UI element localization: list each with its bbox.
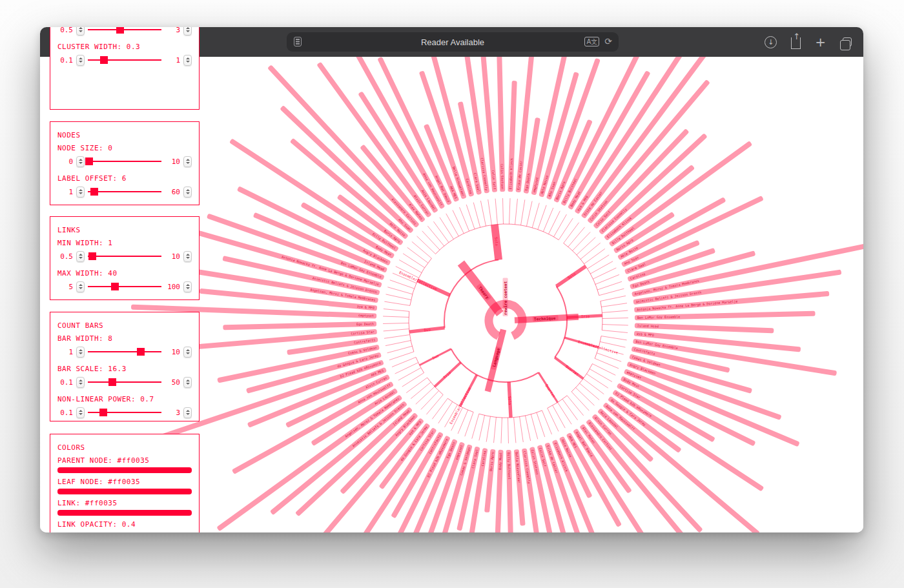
leaf-link	[580, 383, 600, 400]
slider-max-value[interactable]: 3	[165, 409, 180, 417]
number-stepper[interactable]	[76, 347, 85, 358]
leaf-link	[421, 391, 439, 410]
slider-thumb[interactable]	[108, 378, 116, 386]
slider-max-value[interactable]: 60	[165, 188, 180, 196]
slider-track[interactable]	[88, 378, 161, 387]
control-label: BAR SCALE: 16.3	[57, 365, 192, 373]
slider-max-value[interactable]: 50	[165, 378, 180, 387]
reader-icon[interactable]	[294, 37, 302, 46]
translate-icon[interactable]: A文	[584, 37, 599, 46]
control-label: BAR WIDTH: 8	[57, 334, 192, 343]
count-bar-group	[634, 330, 801, 352]
leaf-link	[590, 369, 612, 382]
root-label: rewire content	[503, 281, 508, 315]
slider-max-value[interactable]: 10	[165, 348, 180, 356]
slider-min-value[interactable]: 0.1	[57, 56, 73, 65]
slider-track[interactable]	[88, 252, 161, 261]
slider-min-value[interactable]: 0.1	[57, 409, 73, 417]
number-stepper[interactable]	[183, 407, 192, 418]
number-stepper[interactable]	[183, 187, 192, 198]
slider-thumb[interactable]	[100, 56, 108, 64]
count-bar	[573, 429, 677, 532]
slider-track[interactable]	[88, 157, 161, 166]
reload-icon[interactable]: ⟳	[604, 36, 612, 46]
new-tab-icon[interactable]: +	[815, 36, 826, 48]
number-stepper[interactable]	[183, 377, 192, 388]
format-label: Duo	[424, 327, 431, 332]
leaf-link	[387, 287, 412, 294]
leaf-link	[494, 417, 497, 443]
leaf-link	[525, 416, 530, 441]
tab-overview-icon[interactable]	[843, 37, 852, 46]
leaf-link	[601, 303, 627, 307]
slider-row: 160	[57, 183, 192, 200]
number-stepper[interactable]	[183, 281, 192, 292]
slider-track[interactable]	[88, 409, 161, 417]
format-label: Ensemble/Collective	[578, 340, 619, 355]
slider-track[interactable]	[88, 283, 161, 291]
number-stepper[interactable]	[76, 156, 85, 167]
slider-thumb[interactable]	[116, 27, 124, 34]
number-stepper[interactable]	[76, 407, 85, 418]
slider-max-value[interactable]: 10	[165, 252, 180, 261]
slider-row: 110	[57, 343, 192, 360]
slider-thumb[interactable]	[90, 188, 98, 196]
number-stepper[interactable]	[183, 55, 192, 66]
color-swatch[interactable]	[57, 467, 192, 473]
control-label: NON-LINEAR POWER: 0.7	[57, 395, 192, 403]
number-stepper[interactable]	[76, 251, 85, 262]
artist-label-group: Colin Self	[539, 447, 548, 467]
format-label-group: Trio	[581, 314, 590, 319]
leaf-link	[531, 414, 537, 440]
slider-row: 0.53	[57, 27, 192, 38]
color-swatch[interactable]	[57, 510, 192, 516]
number-stepper[interactable]	[76, 55, 85, 66]
number-stepper[interactable]	[183, 27, 192, 35]
slider-min-value[interactable]: 1	[57, 188, 73, 196]
number-stepper[interactable]	[76, 281, 85, 292]
theme-elbow-arc	[555, 287, 567, 358]
artist-label-group: Colin Stetson	[531, 449, 540, 475]
number-stepper[interactable]	[76, 187, 85, 198]
color-swatch[interactable]	[57, 489, 192, 494]
number-stepper[interactable]	[183, 347, 192, 358]
number-stepper[interactable]	[183, 251, 192, 262]
slider-min-value[interactable]: 1	[57, 348, 73, 356]
leaf-link	[537, 412, 545, 437]
slider-max-value[interactable]: 3	[165, 27, 180, 34]
artist-label: Aho Ssan	[548, 181, 557, 198]
download-icon[interactable]: ↓	[765, 36, 777, 48]
slider-max-value[interactable]: 1	[165, 56, 180, 65]
leaf-link	[384, 335, 410, 339]
number-stepper[interactable]	[76, 27, 85, 35]
leaf-link	[514, 417, 516, 443]
slider-min-value[interactable]: 0.5	[57, 27, 73, 34]
slider-min-value[interactable]: 0.5	[57, 252, 73, 261]
panel-title: LINKS	[57, 226, 192, 234]
leaf-link	[427, 226, 444, 246]
leaf-link	[390, 280, 415, 289]
slider-track[interactable]	[88, 188, 161, 196]
number-stepper[interactable]	[183, 156, 192, 167]
slider-min-value[interactable]: 0.1	[57, 378, 73, 387]
slider-thumb[interactable]	[111, 283, 119, 290]
slider-thumb[interactable]	[137, 348, 145, 356]
slider-track[interactable]	[88, 348, 161, 356]
slider-min-value[interactable]: 5	[57, 283, 73, 291]
format-label: Quartet	[544, 383, 556, 398]
address-bar[interactable]: Reader Available A文 ⟳	[287, 32, 619, 52]
slider-track[interactable]	[88, 27, 161, 34]
share-icon[interactable]	[791, 37, 801, 49]
slider-min-value[interactable]: 0	[57, 157, 73, 166]
leaf-link	[559, 218, 573, 239]
slider-max-value[interactable]: 10	[165, 157, 180, 166]
slider-thumb[interactable]	[85, 157, 93, 165]
format-label-group: Quartet	[544, 383, 556, 398]
number-stepper[interactable]	[76, 377, 85, 388]
slider-thumb[interactable]	[88, 252, 96, 260]
artist-label: AKA MES	[449, 185, 458, 199]
slider-max-value[interactable]: 100	[165, 283, 180, 291]
slider-thumb[interactable]	[99, 409, 107, 416]
slider-track[interactable]	[88, 56, 161, 65]
control-label: LINK: #ff0035	[57, 499, 192, 507]
